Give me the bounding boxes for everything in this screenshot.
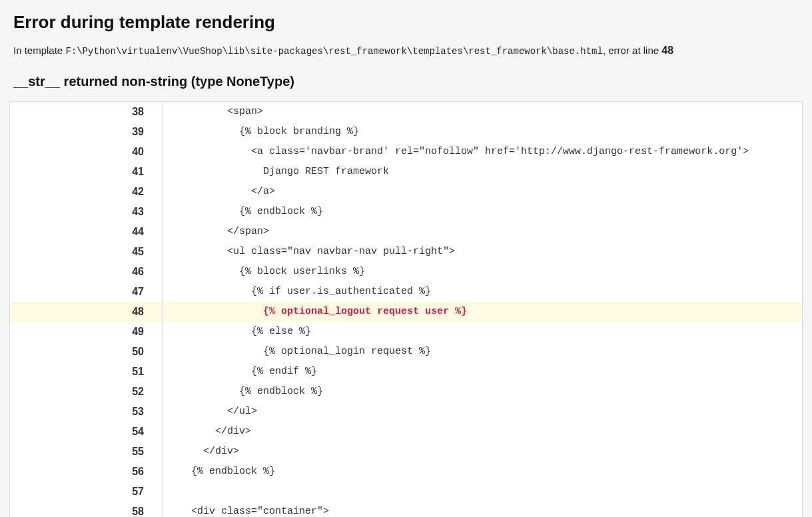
source-line: 39 {% block branding %} [10, 122, 802, 142]
template-path: F:\Python\virtualenv\VueShop\lib\site-pa… [65, 46, 603, 57]
intro-mid: , error at line [603, 45, 661, 56]
line-number: 58 [10, 502, 163, 517]
source-line: 52 {% endblock %} [10, 382, 802, 402]
line-code: </ul> [163, 402, 802, 422]
line-number: 49 [10, 322, 163, 342]
line-number: 38 [10, 102, 163, 122]
source-line: 47 {% if user.is_authenticated %} [10, 282, 802, 302]
source-line: 41 Django REST framework [10, 162, 802, 182]
line-code: {% if user.is_authenticated %} [163, 282, 802, 302]
source-line: 50 {% optional_login request %} [10, 342, 802, 362]
line-code: {% optional_logout request user %} [163, 302, 802, 322]
line-code: {% optional_login request %} [163, 342, 802, 362]
source-line: 51 {% endif %} [10, 362, 802, 382]
error-line-number: 48 [661, 45, 673, 56]
source-line: 43 {% endblock %} [10, 202, 802, 222]
line-number: 51 [10, 362, 163, 382]
line-number: 42 [10, 182, 163, 202]
line-number: 48 [10, 302, 163, 322]
line-code: <span> [163, 102, 802, 122]
line-code [163, 482, 802, 502]
line-number: 40 [10, 142, 163, 162]
line-number: 54 [10, 422, 163, 442]
source-line: 54 </div> [10, 422, 802, 442]
line-code: </span> [163, 222, 802, 242]
line-code: <a class='navbar-brand' rel="nofollow" h… [163, 142, 802, 162]
source-line: 53 </ul> [10, 402, 802, 422]
source-line: 56 {% endblock %} [10, 462, 802, 482]
source-line: 55 </div> [10, 442, 802, 462]
line-code: {% block branding %} [163, 122, 802, 142]
line-code: <div class="container"> [163, 502, 802, 517]
template-source-listing: 38 <span>39 {% block branding %}40 <a cl… [9, 101, 803, 517]
line-number: 39 [10, 122, 163, 142]
line-code: </div> [163, 422, 802, 442]
line-code: {% endblock %} [163, 382, 802, 402]
line-code: {% else %} [163, 322, 802, 342]
line-code: {% endif %} [163, 362, 802, 382]
intro-text: In template [13, 45, 65, 56]
line-code: </a> [163, 182, 802, 202]
line-number: 53 [10, 402, 163, 422]
line-number: 55 [10, 442, 163, 462]
line-code: <ul class="nav navbar-nav pull-right"> [163, 242, 802, 262]
line-code: </div> [163, 442, 802, 462]
source-line: 48 {% optional_logout request user %} [10, 302, 802, 322]
line-code: {% block userlinks %} [163, 262, 802, 282]
line-number: 44 [10, 222, 163, 242]
page-title: Error during template rendering [13, 12, 799, 33]
source-line: 40 <a class='navbar-brand' rel="nofollow… [10, 142, 802, 162]
line-number: 41 [10, 162, 163, 182]
line-number: 52 [10, 382, 163, 402]
line-number: 46 [10, 262, 163, 282]
exception-message: __str__ returned non-string (type NoneTy… [13, 74, 799, 89]
line-number: 45 [10, 242, 163, 262]
line-number: 47 [10, 282, 163, 302]
source-line: 44 </span> [10, 222, 802, 242]
template-info-line: In template F:\Python\virtualenv\VueShop… [13, 45, 799, 57]
source-line: 45 <ul class="nav navbar-nav pull-right"… [10, 242, 802, 262]
source-line: 57 [10, 482, 802, 502]
line-code: {% endblock %} [163, 202, 802, 222]
line-number: 57 [10, 482, 163, 502]
source-line: 49 {% else %} [10, 322, 802, 342]
source-line: 38 <span> [10, 102, 802, 122]
source-line: 46 {% block userlinks %} [10, 262, 802, 282]
line-number: 43 [10, 202, 163, 222]
line-number: 50 [10, 342, 163, 362]
line-number: 56 [10, 462, 163, 482]
error-summary: Error during template rendering In templ… [0, 0, 812, 101]
line-code: {% endblock %} [163, 462, 802, 482]
source-line: 58 <div class="container"> [10, 502, 802, 517]
line-code: Django REST framework [163, 162, 802, 182]
source-line: 42 </a> [10, 182, 802, 202]
